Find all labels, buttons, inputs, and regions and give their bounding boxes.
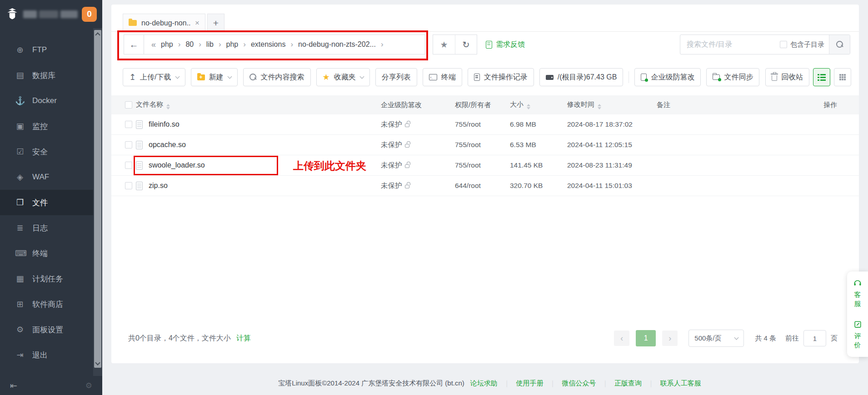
collapse-sidebar-icon[interactable]: ⇤ (10, 380, 17, 391)
page-size-select[interactable]: 500条/页 (688, 330, 744, 347)
content-search-button[interactable]: 文件内容搜索 (243, 68, 311, 86)
disk-root-button[interactable]: /(根目录)67.43 GB (539, 68, 624, 86)
upload-download-button[interactable]: ↥ 上传/下载 (123, 68, 185, 86)
support-link[interactable]: 客服 (854, 290, 861, 308)
row-checkbox[interactable] (125, 141, 132, 148)
col-mtime[interactable]: 修改时间 (567, 100, 657, 109)
add-tab-button[interactable]: + (207, 14, 224, 32)
sort-icon[interactable] (598, 104, 601, 109)
select-all-checkbox[interactable] (125, 101, 132, 109)
new-button[interactable]: 新建 (191, 68, 238, 86)
perm-owner-cell: 755/root (455, 120, 510, 128)
col-size[interactable]: 大小 (510, 100, 567, 109)
share-list-button[interactable]: 分享列表 (375, 68, 417, 86)
prev-page-button[interactable]: ‹ (614, 331, 629, 346)
table-row[interactable]: swoole_loader.so未保护755/root141.45 KB2024… (111, 155, 859, 176)
sort-icon[interactable] (166, 104, 170, 109)
sidebar-menu: ⊕网站⊕FTP▤数据库⚓Docker▣监控☑安全◈WAF❒文件≣日志⌨终端▦计划… (0, 28, 102, 376)
calculate-size-link[interactable]: 计算 (236, 334, 251, 342)
page-footer: 宝塔Linux面板©2014-2024 广东堡塔安全技术有限公司 (bt.cn)… (111, 374, 868, 392)
sidebar-item-logs[interactable]: ≣日志 (0, 215, 102, 241)
file-name-cell[interactable]: fileinfo.so (136, 120, 381, 129)
file-table-body: fileinfo.so未保护755/root6.98 MB2024-08-17 … (111, 114, 859, 196)
breadcrumb-collapse-icon[interactable]: « (151, 40, 156, 49)
sidebar-item-ftp[interactable]: ⊕FTP (0, 37, 102, 63)
col-name[interactable]: 文件名称 (136, 100, 381, 109)
sidebar-item-monitor[interactable]: ▣监控 (0, 114, 102, 139)
feedback-link[interactable]: 需求反馈 (486, 35, 525, 54)
include-subdir-option[interactable]: 包含子目录 (780, 40, 824, 49)
sidebar-item-appstore[interactable]: ⊞软件商店 (0, 291, 102, 317)
file-sync-button[interactable]: 文件同步 (706, 68, 759, 86)
next-page-button[interactable]: › (662, 331, 678, 346)
current-page-button[interactable]: 1 (636, 330, 656, 346)
footer-link[interactable]: 论坛求助 (470, 379, 498, 388)
include-subdir-checkbox[interactable] (780, 41, 787, 48)
footer-link[interactable]: 正版查询 (614, 379, 642, 388)
breadcrumb-item[interactable]: extensions (251, 40, 286, 49)
sidebar-item-label: 安全 (32, 147, 48, 157)
search-icon (249, 74, 257, 81)
sidebar-scrollbar[interactable] (93, 28, 102, 376)
scrollbar-thumb[interactable] (94, 30, 101, 368)
breadcrumb-item[interactable]: php (226, 40, 239, 49)
sidebar-item-website[interactable]: ⊕网站 (0, 28, 102, 37)
file-sync-icon (713, 74, 720, 80)
rate-link[interactable]: 评价 (854, 331, 861, 350)
table-row[interactable]: fileinfo.so未保护755/root6.98 MB2024-08-17 … (111, 114, 859, 135)
table-row[interactable]: opcache.so未保护755/root6.53 MB2024-04-11 1… (111, 135, 859, 155)
scroll-down-icon[interactable] (95, 360, 100, 365)
breadcrumb-item[interactable]: 80 (185, 40, 194, 49)
sidebar-item-files[interactable]: ❒文件 (0, 190, 102, 215)
sidebar-item-database[interactable]: ▤数据库 (0, 63, 102, 88)
file-icon (136, 141, 143, 149)
row-checkbox[interactable] (125, 121, 132, 128)
col-tamper: 企业级防篡改 (381, 101, 455, 109)
tamper-proof-button[interactable]: 企业级防篡改 (634, 68, 701, 86)
copyright-text: 宝塔Linux面板©2014-2024 广东堡塔安全技术有限公司 (bt.cn) (278, 379, 464, 388)
sidebar-item-logout[interactable]: ⇥退出 (0, 342, 102, 368)
refresh-button[interactable]: ↻ (455, 35, 477, 54)
row-checkbox[interactable] (125, 162, 132, 169)
sidebar-gear-icon[interactable]: ⚙ (85, 381, 92, 390)
grid-view-button[interactable] (834, 68, 851, 86)
breadcrumb-item[interactable]: php (161, 40, 173, 49)
list-view-button[interactable] (813, 68, 830, 86)
tamper-status-cell: 未保护 (381, 140, 455, 150)
tab-close-icon[interactable]: × (195, 19, 200, 27)
breadcrumb-item[interactable]: lib (206, 40, 214, 49)
perm-owner-cell: 755/root (455, 141, 510, 149)
sort-icon[interactable] (527, 104, 530, 109)
file-name: zip.so (149, 182, 168, 190)
sidebar-item-terminal[interactable]: ⌨终端 (0, 241, 102, 266)
tab-current-folder[interactable]: no-debug-non... × (123, 14, 205, 32)
sidebar-item-cron[interactable]: ▦计划任务 (0, 266, 102, 291)
sidebar-item-settings[interactable]: ⚙面板设置 (0, 317, 102, 342)
back-button[interactable]: ← (124, 35, 144, 54)
footer-link[interactable]: 联系人工客服 (660, 379, 701, 388)
file-name-cell[interactable]: opcache.so (136, 141, 381, 149)
sidebar-item-docker[interactable]: ⚓Docker (0, 88, 102, 114)
file-name-cell[interactable]: swoole_loader.so (136, 161, 381, 170)
tamper-status-cell: 未保护 (381, 181, 455, 191)
unlock-icon (405, 144, 409, 148)
grid-view-icon (839, 74, 846, 80)
terminal-button[interactable]: ›_ 终端 (423, 68, 462, 86)
message-count-badge[interactable]: 0 (82, 7, 97, 22)
footer-link[interactable]: 微信公众号 (562, 379, 596, 388)
file-name-cell[interactable]: zip.so (136, 182, 381, 190)
recycle-bin-button[interactable]: 回收站 (765, 68, 809, 86)
row-checkbox[interactable] (125, 182, 132, 189)
favorite-path-button[interactable]: ★ (433, 35, 455, 54)
breadcrumb-item[interactable]: no-debug-non-zts-202... (298, 40, 376, 49)
scroll-up-icon[interactable] (95, 32, 100, 37)
table-row[interactable]: zip.so未保护644/root320.70 KB2024-04-11 15:… (111, 176, 859, 196)
goto-page-input[interactable] (803, 330, 826, 346)
sidebar-item-security[interactable]: ☑安全 (0, 139, 102, 164)
search-button[interactable] (829, 35, 850, 54)
file-logs-button[interactable]: 文件操作记录 (468, 68, 534, 86)
footer-link[interactable]: 使用手册 (516, 379, 544, 388)
favorites-button[interactable]: ★ 收藏夹 (316, 68, 370, 86)
search-input[interactable] (680, 40, 780, 49)
sidebar-item-waf[interactable]: ◈WAF (0, 164, 102, 190)
